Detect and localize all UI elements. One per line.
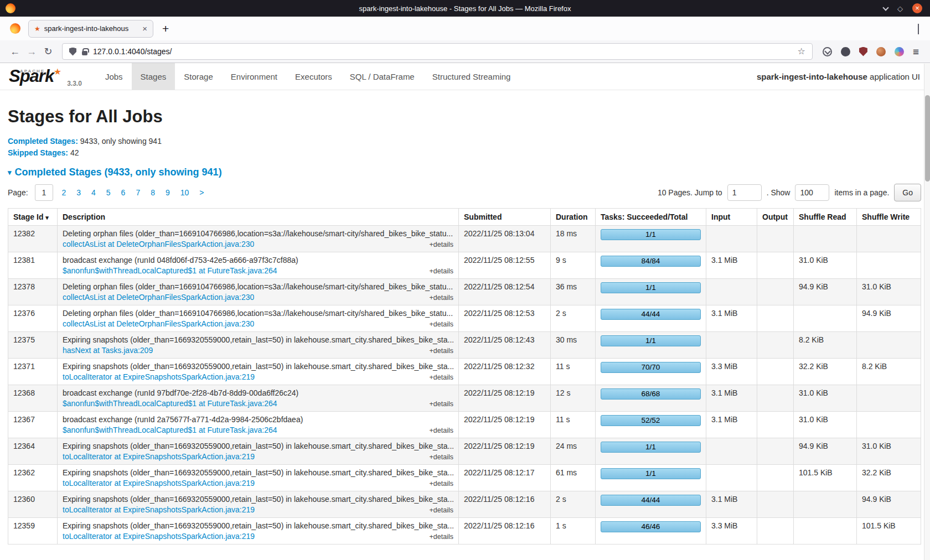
close-button[interactable]: × — [912, 3, 922, 13]
stage-detail-link[interactable]: hasNext at Tasks.java:209 — [63, 346, 153, 355]
page-button-2[interactable]: 2 — [56, 185, 71, 200]
stage-id-cell: 12368 — [8, 385, 58, 412]
details-toggle[interactable]: +details — [430, 267, 453, 275]
details-toggle[interactable]: +details — [430, 480, 453, 488]
tasks-progress-label: 70/70 — [642, 363, 660, 371]
col-shuffle-write[interactable]: Shuffle Write — [857, 209, 921, 226]
details-toggle[interactable]: +details — [430, 533, 453, 541]
browser-tab[interactable]: ★ spark-ingest-into-lakehous × — [28, 20, 153, 38]
jump-to-input[interactable] — [727, 184, 762, 201]
minimize-button[interactable] — [882, 4, 888, 11]
stage-detail-link[interactable]: toLocalIterator at ExpireSnapshotsSparkA… — [63, 452, 255, 461]
url-bar[interactable]: 127.0.0.1:4040/stages/ ☆ — [62, 43, 813, 60]
tasks-progress-bar: 44/44 — [601, 495, 701, 506]
stage-detail-link[interactable]: toLocalIterator at ExpireSnapshotsSparkA… — [63, 479, 255, 488]
page-content: Stages for All Jobs Completed Stages:943… — [0, 90, 930, 560]
col-shuffle-read[interactable]: Shuffle Read — [794, 209, 857, 226]
next-page-button[interactable]: > — [194, 185, 209, 200]
page-button-10[interactable]: 10 — [175, 185, 194, 200]
scrollbar-thumb[interactable] — [925, 95, 930, 182]
col-input[interactable]: Input — [706, 209, 757, 226]
details-toggle[interactable]: +details — [430, 294, 453, 302]
nav-item-structured-streaming[interactable]: Structured Streaming — [423, 63, 520, 90]
page-button-3[interactable]: 3 — [71, 185, 86, 200]
details-toggle[interactable]: +details — [430, 506, 453, 514]
stage-id-cell: 12376 — [8, 305, 58, 332]
ublock-shield-icon[interactable] — [859, 47, 867, 56]
shuffle-write-cell: 94.9 KiB — [857, 305, 921, 332]
shuffle-write-cell: 101.5 KiB — [857, 518, 921, 545]
go-button[interactable]: Go — [894, 184, 921, 201]
stage-detail-link[interactable]: toLocalIterator at ExpireSnapshotsSparkA… — [63, 532, 255, 541]
details-toggle[interactable]: +details — [430, 374, 453, 381]
col-duration[interactable]: Duration — [551, 209, 596, 226]
stage-detail-link[interactable]: $anonfun$withThreadLocalCaptured$1 at Fu… — [63, 426, 277, 434]
stage-detail-link[interactable]: $anonfun$withThreadLocalCaptured$1 at Fu… — [63, 266, 277, 275]
page-button-7[interactable]: 7 — [131, 185, 145, 200]
tab-close-icon[interactable]: × — [142, 24, 147, 33]
completed-stages-link[interactable]: Completed Stages: — [8, 137, 78, 146]
list-all-tabs-icon[interactable] — [918, 24, 919, 34]
pocket-icon[interactable] — [823, 47, 832, 56]
details-toggle[interactable]: +details — [430, 241, 453, 248]
details-toggle[interactable]: +details — [430, 347, 453, 355]
page-button-5[interactable]: 5 — [101, 185, 116, 200]
page-button-4[interactable]: 4 — [86, 185, 101, 200]
page-button-9[interactable]: 9 — [161, 185, 175, 200]
new-tab-button[interactable]: + — [162, 22, 169, 35]
stage-detail-link[interactable]: toLocalIterator at ExpireSnapshotsSparkA… — [63, 372, 255, 381]
spark-logo[interactable]: APACHE Spark ★ — [9, 68, 59, 84]
stage-detail-link[interactable]: collectAsList at DeleteOrphanFilesSparkA… — [63, 319, 254, 328]
forward-button[interactable]: → — [23, 46, 40, 56]
nav-item-environment[interactable]: Environment — [222, 63, 286, 90]
maximize-button[interactable]: ◇ — [897, 5, 903, 12]
details-toggle[interactable]: +details — [430, 427, 453, 434]
firefox-view-icon[interactable] — [10, 23, 20, 34]
extension-icon-1[interactable] — [841, 47, 850, 56]
reload-button[interactable]: ↻ — [40, 46, 56, 56]
connection-lock-icon[interactable] — [82, 51, 87, 55]
nav-item-executors[interactable]: Executors — [286, 63, 341, 90]
skipped-stages-link[interactable]: Skipped Stages: — [8, 148, 68, 157]
extension-icon-2[interactable] — [895, 47, 904, 56]
stage-detail-link[interactable]: $anonfun$withThreadLocalCaptured$1 at Fu… — [63, 399, 277, 408]
menu-icon[interactable]: ≡ — [913, 46, 919, 57]
col-output[interactable]: Output — [757, 209, 794, 226]
page-scrollbar[interactable] — [924, 64, 930, 560]
stage-id-cell: 12367 — [8, 412, 58, 438]
nav-item-storage[interactable]: Storage — [175, 63, 222, 90]
stage-description: Expiring snapshots (older_than=166932055… — [63, 468, 453, 477]
submitted-cell: 2022/11/25 08:12:43 — [459, 332, 551, 359]
back-button[interactable]: ← — [7, 46, 23, 56]
completed-stages-section-toggle[interactable]: ▾ Completed Stages (9433, only showing 9… — [8, 167, 921, 178]
stage-description: Expiring snapshots (older_than=166932055… — [63, 442, 453, 450]
tracking-protection-shield-icon[interactable] — [69, 48, 76, 56]
stage-detail-link[interactable]: toLocalIterator at ExpireSnapshotsSparkA… — [63, 505, 255, 514]
profile-avatar-icon[interactable] — [876, 47, 886, 56]
col-submitted[interactable]: Submitted — [459, 209, 551, 226]
bookmark-star-icon[interactable]: ☆ — [798, 47, 805, 56]
firefox-logo-icon — [6, 3, 16, 13]
details-toggle[interactable]: +details — [430, 453, 453, 461]
page-button-6[interactable]: 6 — [116, 185, 131, 200]
stage-detail-link[interactable]: collectAsList at DeleteOrphanFilesSparkA… — [63, 293, 254, 302]
details-toggle[interactable]: +details — [430, 320, 453, 328]
page-button-8[interactable]: 8 — [146, 185, 160, 200]
shuffle-read-cell: 94.9 KiB — [794, 279, 857, 305]
details-toggle[interactable]: +details — [430, 400, 453, 408]
nav-item-stages[interactable]: Stages — [132, 63, 175, 90]
show-items-input[interactable] — [795, 184, 829, 201]
shuffle-write-cell — [857, 252, 921, 279]
shuffle-read-cell: 31.0 KiB — [794, 385, 857, 412]
stage-detail-link[interactable]: collectAsList at DeleteOrphanFilesSparkA… — [63, 240, 254, 248]
input-cell: 3.1 MiB — [706, 412, 757, 438]
col-stage-id[interactable]: Stage Id ▾ — [8, 209, 58, 226]
col-tasks[interactable]: Tasks: Succeeded/Total — [596, 209, 706, 226]
page-button-1[interactable]: 1 — [35, 184, 54, 201]
stage-id-cell: 12382 — [8, 226, 58, 252]
nav-item-jobs[interactable]: Jobs — [96, 63, 132, 90]
nav-item-sql-dataframe[interactable]: SQL / DataFrame — [341, 63, 423, 90]
output-cell — [757, 252, 794, 279]
col-description[interactable]: Description — [58, 209, 459, 226]
tab-bar: ★ spark-ingest-into-lakehous × + — [0, 17, 930, 40]
